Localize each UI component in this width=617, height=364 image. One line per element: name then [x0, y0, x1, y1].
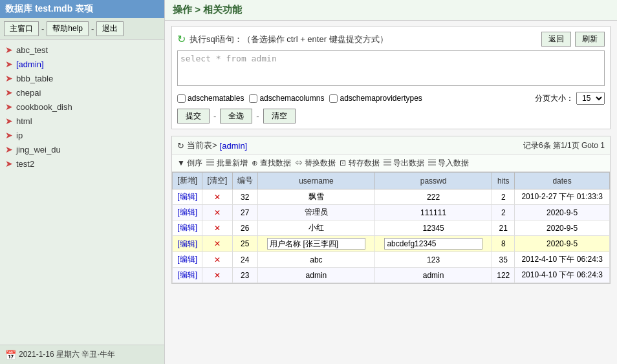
toolbar-action-4[interactable]: ⊡ 转存数据 — [340, 158, 379, 169]
sql-section-title: ↻ 执行sql语句：（备选操作 ctrl + enter 键盘提交方式） 返回 … — [177, 32, 605, 47]
dates-cell: 2012-4-10 下午 06:24:3 — [515, 252, 610, 268]
sidebar-item-admin[interactable]: ➤[admin] — [0, 57, 164, 71]
sidebar-list: ➤abc_test➤[admin]➤bbb_table➤chepai➤cookb… — [0, 40, 164, 345]
col-header-dates: dates — [515, 173, 610, 189]
toolbar-action-3[interactable]: ⇔ 替换数据 — [295, 158, 336, 169]
passwd-cell[interactable] — [375, 236, 492, 252]
arrow-icon: ➤ — [5, 59, 13, 69]
sidebar-title: 数据库 test.mdb 表项 — [5, 3, 93, 14]
sidebar-item-abc_test[interactable]: ➤abc_test — [0, 43, 164, 57]
main-window-button[interactable]: 主窗口 — [4, 21, 39, 36]
dates-cell: 2010-4-10 下午 06:24:3 — [515, 268, 610, 283]
refresh-button[interactable]: 刷新 — [575, 32, 605, 47]
toolbar-action-6[interactable]: ▤ 导入数据 — [428, 158, 469, 169]
passwd-cell: 111111 — [375, 205, 492, 220]
username-cell: admin — [257, 268, 374, 283]
toolbar-action-5[interactable]: ▤ 导出数据 — [384, 158, 424, 169]
arrow-icon: ➤ — [5, 102, 13, 112]
passwd-cell: admin — [375, 268, 492, 283]
delete-button[interactable]: ✕ — [214, 271, 221, 280]
toolbar-action-1[interactable]: ▤ 批量新增 — [206, 158, 247, 169]
sidebar-item-bbb_table[interactable]: ➤bbb_table — [0, 71, 164, 85]
submit-button[interactable]: 提交 — [177, 109, 210, 123]
hits-cell: 2 — [492, 205, 515, 220]
sql-options: adschematablesadschemacolumnsadschemapro… — [177, 92, 605, 105]
hits-cell: 35 — [492, 252, 515, 268]
checkbox-input-adschemaprovidertype[interactable] — [329, 94, 338, 103]
edit-cell[interactable]: [编辑] — [173, 252, 202, 268]
passwd-input[interactable] — [384, 238, 482, 250]
toolbar-action-2[interactable]: ⊕ 查找数据 — [252, 158, 291, 169]
id-cell: 23 — [232, 268, 257, 283]
table-row: [编辑]✕2582020-9-5 — [173, 236, 610, 252]
dates-cell: 2010-2-27 下午 01:33:3 — [515, 189, 610, 205]
col-header-: [清空] — [202, 173, 232, 189]
checkbox-adschematables[interactable]: adschematables — [177, 94, 244, 103]
edit-cell[interactable]: [编辑] — [173, 220, 202, 236]
dates-cell: 2020-9-5 — [515, 205, 610, 220]
sidebar-item-jing_wei_du[interactable]: ➤jing_wei_du — [0, 142, 164, 156]
clear-button[interactable]: 清空 — [263, 109, 296, 123]
sql-section: ↻ 执行sql语句：（备选操作 ctrl + enter 键盘提交方式） 返回 … — [171, 26, 611, 129]
page-title: 操作 > 相关功能 — [173, 4, 242, 15]
edit-button[interactable]: [编辑] — [177, 192, 197, 201]
sql-actions: 提交 - 全选 - 清空 — [177, 109, 605, 123]
checkbox-input-adschemacolumns[interactable] — [249, 94, 257, 103]
sidebar-item-test2[interactable]: ➤test2 — [0, 156, 164, 171]
delete-cell[interactable]: ✕ — [202, 236, 232, 252]
checkbox-input-adschematables[interactable] — [177, 94, 186, 103]
delete-button[interactable]: ✕ — [214, 208, 221, 217]
arrow-icon: ➤ — [5, 144, 13, 155]
select-all-button[interactable]: 全选 — [220, 109, 252, 123]
table-header-left: ↻ 当前表> [admin] — [177, 140, 247, 151]
passwd-cell: 12345 — [375, 220, 492, 236]
page-size-select[interactable]: 153050 — [576, 92, 605, 105]
id-cell: 25 — [232, 236, 257, 252]
edit-cell[interactable]: [编辑] — [173, 268, 202, 283]
sidebar-item-html[interactable]: ➤html — [0, 114, 164, 128]
calendar-icon: 📅 — [5, 350, 16, 360]
edit-cell[interactable]: [编辑] — [173, 236, 202, 252]
username-input[interactable] — [267, 238, 365, 250]
delete-button[interactable]: ✕ — [214, 224, 221, 233]
delete-cell[interactable]: ✕ — [202, 220, 232, 236]
table-row: [编辑]✕27管理员11111122020-9-5 — [173, 205, 610, 220]
sidebar-item-ip[interactable]: ➤ip — [0, 128, 164, 142]
toolbar-action-0[interactable]: ▼ 倒序 — [177, 158, 202, 169]
sidebar-item-cookbook_dish[interactable]: ➤cookbook_dish — [0, 100, 164, 114]
edit-cell[interactable]: [编辑] — [173, 205, 202, 220]
main-body: ↻ 执行sql语句：（备选操作 ctrl + enter 键盘提交方式） 返回 … — [165, 21, 617, 364]
delete-cell[interactable]: ✕ — [202, 268, 232, 283]
edit-button[interactable]: [编辑] — [177, 270, 197, 279]
delete-button[interactable]: ✕ — [214, 193, 221, 202]
delete-button[interactable]: ✕ — [214, 255, 221, 264]
edit-cell[interactable]: [编辑] — [173, 189, 202, 205]
delete-button[interactable]: ✕ — [214, 239, 221, 248]
delete-cell[interactable]: ✕ — [202, 189, 232, 205]
delete-cell[interactable]: ✕ — [202, 252, 232, 268]
edit-button[interactable]: [编辑] — [177, 239, 197, 248]
sidebar-item-label: jing_wei_du — [16, 145, 61, 155]
hits-cell: 8 — [492, 236, 515, 252]
id-cell: 24 — [232, 252, 257, 268]
table-row: [编辑]✕32飘雪22222010-2-27 下午 01:33:3 — [173, 189, 610, 205]
username-cell: 管理员 — [257, 205, 374, 220]
hits-cell: 2 — [492, 189, 515, 205]
checkbox-adschemacolumns[interactable]: adschemacolumns — [249, 94, 324, 103]
hits-cell: 122 — [492, 268, 515, 283]
sidebar-item-chepai[interactable]: ➤chepai — [0, 85, 164, 100]
sidebar-header: 数据库 test.mdb 表项 — [0, 0, 164, 18]
delete-cell[interactable]: ✕ — [202, 205, 232, 220]
dates-cell: 2020-9-5 — [515, 220, 610, 236]
sql-label: 执行sql语句：（备选操作 ctrl + enter 键盘提交方式） — [189, 34, 537, 45]
checkbox-adschemaprovidertype[interactable]: adschemaprovidertypes — [329, 94, 422, 103]
logout-button[interactable]: 退出 — [96, 21, 124, 36]
help-button[interactable]: 帮助help — [47, 21, 89, 36]
username-cell[interactable] — [257, 236, 374, 252]
edit-button[interactable]: [编辑] — [177, 223, 197, 232]
sql-input[interactable] — [177, 50, 605, 86]
edit-button[interactable]: [编辑] — [177, 255, 197, 264]
edit-button[interactable]: [编辑] — [177, 208, 197, 217]
col-header-: [新增] — [173, 173, 202, 189]
back-button[interactable]: 返回 — [541, 32, 571, 47]
